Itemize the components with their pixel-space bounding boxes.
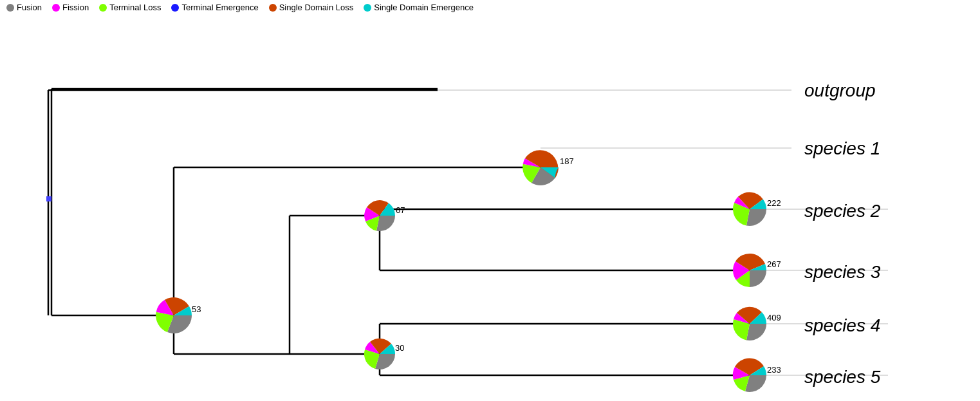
pie-species4 [733, 307, 766, 340]
label-409: 409 [767, 313, 781, 322]
terminal-emergence-dot [171, 4, 179, 12]
pie-internal-53 [156, 297, 192, 333]
pie-species5 [733, 359, 766, 392]
legend-item-fission: Fission [52, 3, 89, 12]
single-domain-loss-label: Single Domain Loss [279, 3, 354, 12]
label-30: 30 [395, 343, 404, 353]
fusion-label: Fusion [17, 3, 42, 12]
label-67: 67 [396, 205, 405, 215]
species3-label: species 3 [804, 262, 881, 282]
legend-item-fusion: Fusion [6, 3, 42, 12]
pie-species2 [733, 192, 766, 226]
label-233: 233 [767, 365, 781, 375]
pie-internal-30 [364, 339, 395, 369]
label-187: 187 [560, 156, 574, 166]
terminal-emergence-label: Terminal Emergence [181, 3, 258, 12]
label-267: 267 [767, 259, 781, 269]
single-domain-emergence-label: Single Domain Emergence [374, 3, 474, 12]
phylogenetic-tree: 187 222 267 409 [0, 23, 980, 401]
fission-dot [52, 4, 60, 12]
pie-internal-67 [364, 200, 395, 231]
fusion-dot [6, 4, 14, 12]
legend: Fusion Fission Terminal Loss Terminal Em… [6, 3, 474, 12]
tree-container: 187 222 267 409 [0, 23, 980, 401]
legend-item-terminal-loss: Terminal Loss [99, 3, 161, 12]
species2-label: species 2 [804, 201, 881, 221]
terminal-loss-dot [99, 4, 107, 12]
label-222: 222 [767, 198, 781, 208]
outgroup-label: outgroup [804, 80, 876, 100]
single-domain-loss-dot [269, 4, 277, 12]
species4-label: species 4 [804, 315, 880, 335]
root-node-marker [46, 196, 51, 201]
terminal-loss-label: Terminal Loss [109, 3, 161, 12]
pie-species3 [733, 254, 766, 287]
label-53: 53 [192, 304, 201, 314]
single-domain-emergence-dot [364, 4, 371, 12]
legend-item-terminal-emergence: Terminal Emergence [171, 3, 258, 12]
pie-species1 [522, 150, 559, 185]
species5-label: species 5 [804, 367, 881, 387]
legend-item-single-domain-emergence: Single Domain Emergence [364, 3, 474, 12]
species1-label: species 1 [804, 138, 880, 158]
fission-label: Fission [62, 3, 89, 12]
legend-item-single-domain-loss: Single Domain Loss [269, 3, 354, 12]
